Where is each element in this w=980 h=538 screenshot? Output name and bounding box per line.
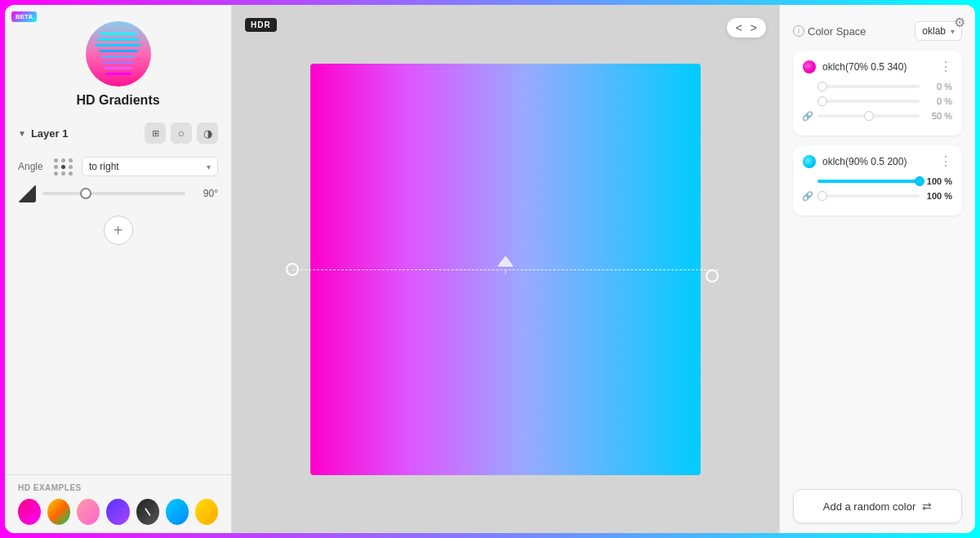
example-swatch-magenta[interactable] <box>18 499 41 525</box>
color-stop-1-slider-1: 0 % <box>803 82 952 91</box>
add-random-color-button[interactable]: Add a random color ⇄ <box>793 489 962 523</box>
grid-view-button[interactable]: ⊞ <box>145 122 166 144</box>
color-stop-2-block: oklch(90% 0.5 200) ⋮ 100 % 🔗 100 % <box>793 145 962 216</box>
midpoint-stem <box>506 269 506 274</box>
slider-1b-track[interactable] <box>817 100 920 103</box>
slider-2b-track[interactable] <box>817 194 920 198</box>
color-space-text: Color Space <box>808 25 866 38</box>
add-random-label: Add a random color <box>823 500 915 513</box>
color-stop-1-header: oklch(70% 0.5 340) ⋮ <box>803 60 952 73</box>
angle-slider-row: 90° <box>18 185 218 202</box>
dot-mc[interactable] <box>61 165 65 169</box>
nav-left-button[interactable]: < <box>733 21 745 34</box>
link-icon-2: 🔗 <box>803 191 813 201</box>
examples-row: / <box>18 499 218 525</box>
slider-2a-thumb[interactable] <box>915 176 924 186</box>
sidebar-header: HD Gradients <box>5 5 231 119</box>
half-circle-icon: ◑ <box>203 127 212 140</box>
logo-decoration <box>86 21 151 87</box>
direction-dots[interactable] <box>54 158 74 176</box>
example-swatch-yellow[interactable] <box>195 499 218 525</box>
slider-1a-value: 0 % <box>924 82 952 91</box>
example-swatch-cyan[interactable] <box>166 499 189 525</box>
color-stop-2-header: oklch(90% 0.5 200) ⋮ <box>803 155 952 168</box>
angle-control-row: Angle to right ▾ <box>18 157 218 176</box>
example-swatch-purple[interactable] <box>106 499 129 525</box>
half-circle-view-button[interactable]: ◑ <box>197 122 218 144</box>
gradient-canvas[interactable] <box>310 64 701 475</box>
color-space-row: i Color Space oklab ▾ <box>793 21 962 41</box>
layer-title-row: ▼ Layer 1 <box>18 127 68 140</box>
layer-icons: ⊞ ○ ◑ <box>145 122 218 144</box>
dot-br[interactable] <box>69 171 73 176</box>
color-space-label: i Color Space <box>793 25 866 38</box>
slider-1a-thumb[interactable] <box>817 82 827 91</box>
color-stop-2-more-button[interactable]: ⋮ <box>939 155 952 168</box>
gradient-handle-left[interactable] <box>286 263 299 276</box>
logo-circle <box>86 21 151 87</box>
slider-1b-thumb[interactable] <box>817 96 827 106</box>
slider-2b-value: 100 % <box>924 191 952 201</box>
chevron-down-icon: ▾ <box>207 162 211 171</box>
grid-icon: ⊞ <box>152 128 159 139</box>
slider-1c-value: 50 % <box>924 111 952 121</box>
link-icon-1: 🔗 <box>803 111 813 121</box>
color-stop-1-dot[interactable] <box>803 60 816 73</box>
angle-slider-icon <box>18 185 36 202</box>
gear-icon: ⚙ <box>954 16 965 29</box>
dot-tl[interactable] <box>54 158 58 162</box>
slider-2b-thumb[interactable] <box>817 191 827 201</box>
color-stop-2-slider-1: 100 % <box>803 176 952 186</box>
example-swatch-dark[interactable]: / <box>136 499 159 525</box>
layer-collapse-icon[interactable]: ▼ <box>18 129 26 138</box>
dot-tr[interactable] <box>69 158 73 162</box>
dot-tc[interactable] <box>61 158 65 162</box>
right-panel: ⚙ i Color Space oklab ▾ oklch(70% 0.5 34… <box>779 5 975 533</box>
color-stop-1-more-button[interactable]: ⋮ <box>939 60 952 73</box>
dot-bc[interactable] <box>61 171 65 176</box>
dot-bl[interactable] <box>54 171 58 176</box>
slider-2a-icon <box>803 176 813 186</box>
slider-1b-icon <box>803 96 813 106</box>
example-swatch-pink[interactable] <box>77 499 100 525</box>
example-swatch-rainbow[interactable] <box>47 499 70 525</box>
color-stop-2-name: oklch(90% 0.5 200) <box>822 156 933 167</box>
circle-view-button[interactable]: ○ <box>171 122 192 144</box>
gradient-midpoint[interactable] <box>497 255 514 271</box>
color-stop-1-slider-3: 🔗 50 % <box>803 111 952 121</box>
color-stop-1-name: oklch(70% 0.5 340) <box>822 61 933 73</box>
hdr-badge: HDR <box>245 18 277 32</box>
slider-1c-thumb[interactable] <box>864 111 874 121</box>
beta-badge: BETA <box>11 11 37 22</box>
sidebar-content: ▼ Layer 1 ⊞ ○ ◑ Angle <box>5 119 231 474</box>
settings-button[interactable]: ⚙ <box>954 15 965 30</box>
add-layer-button[interactable]: + <box>104 216 133 245</box>
canvas-area: HDR < > <box>232 5 779 533</box>
dot-mr[interactable] <box>69 165 73 169</box>
slider-1a-track[interactable] <box>817 85 920 88</box>
nav-right-button[interactable]: > <box>748 21 760 34</box>
slider-1b-value: 0 % <box>924 96 952 106</box>
slider-1a-icon <box>803 82 813 91</box>
color-stop-2-dot[interactable] <box>803 155 816 168</box>
color-stop-1-block: oklch(70% 0.5 340) ⋮ 0 % 0 % <box>793 51 962 136</box>
app-title: HD Gradients <box>76 93 159 108</box>
gradient-handle-right[interactable] <box>706 269 719 282</box>
angle-degree-value: 90° <box>192 188 218 199</box>
app-container: BETA HD Gradients ▼ <box>5 5 975 533</box>
angle-slider-thumb[interactable] <box>80 188 91 199</box>
slider-2a-track[interactable] <box>817 180 920 183</box>
angle-dropdown[interactable]: to right ▾ <box>82 157 218 176</box>
sidebar: BETA HD Gradients ▼ <box>5 5 232 533</box>
angle-value-text: to right <box>89 161 119 172</box>
layer-title: Layer 1 <box>31 127 69 140</box>
slider-2a-value: 100 % <box>924 176 952 186</box>
slider-1c-track[interactable] <box>817 114 920 118</box>
color-space-value: oklab <box>922 25 946 37</box>
color-stop-2-slider-2: 🔗 100 % <box>803 191 952 201</box>
info-icon[interactable]: i <box>793 25 804 37</box>
dot-ml[interactable] <box>54 165 58 169</box>
angle-label: Angle <box>18 161 47 172</box>
color-stop-1-slider-2: 0 % <box>803 96 952 106</box>
angle-slider-track[interactable] <box>42 192 185 195</box>
